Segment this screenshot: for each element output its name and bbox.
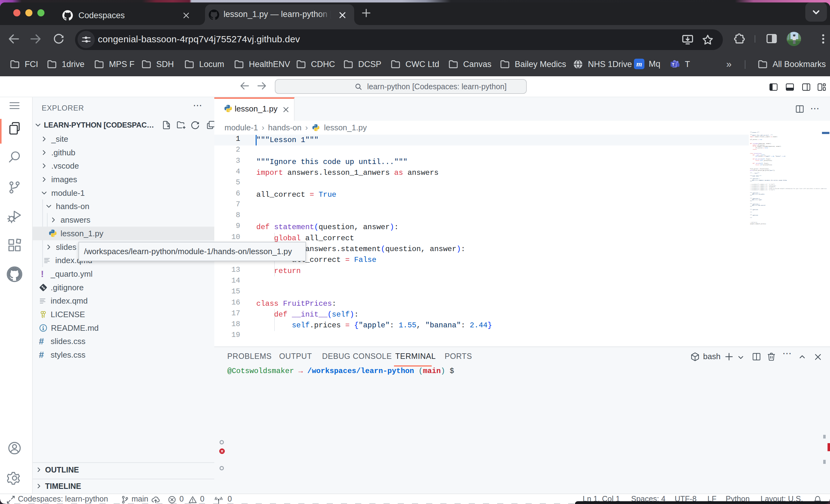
svg-text:T: T [672,62,675,67]
